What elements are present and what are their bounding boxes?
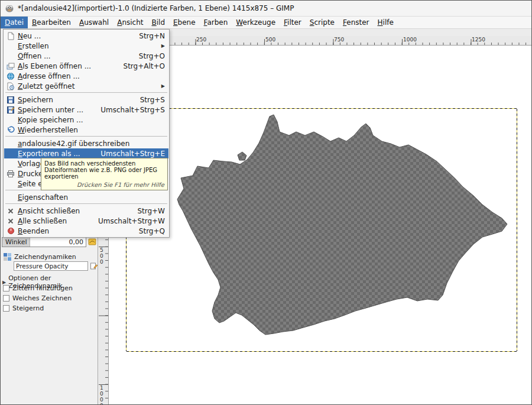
edit-dynamics-button[interactable] — [89, 261, 99, 271]
menu-item-ueberschreiben[interactable]: andalousie42.gif überschreiben — [4, 138, 168, 148]
recent-icon — [6, 82, 15, 90]
menubar-item-ebene[interactable]: Ebene — [169, 17, 200, 28]
menubar-item-bild[interactable]: Bild — [147, 17, 169, 28]
checkbox-icon[interactable] — [3, 305, 9, 312]
angle-spinscale[interactable]: Winkel 0,00 — [2, 237, 86, 247]
horizontal-ruler[interactable]: 250 500 750 1000 1250 — [109, 36, 531, 46]
menu-item-ansicht-schliessen[interactable]: Ansicht schließen Strg+W — [4, 206, 168, 216]
canvas[interactable] — [109, 46, 531, 404]
window-title: *[andalousie42](importiert)-1.0 (Indizie… — [18, 4, 294, 12]
menu-item-erstellen[interactable]: Erstellen ▶ — [4, 41, 168, 51]
menu-item-zuletzt-geoeffnet[interactable]: Zuletzt geöffnet ▶ — [4, 81, 168, 91]
hruler-label: 1000 — [403, 37, 417, 43]
menu-item-alle-schliessen[interactable]: Alle schließen Umschalt+Strg+W — [4, 216, 168, 226]
menu-item-speichern-unter[interactable]: Speichern unter ... Umschalt+Strg+S — [4, 105, 168, 115]
save-as-icon — [6, 105, 15, 114]
checkbox-label: Weiches Zeichnen — [12, 294, 72, 302]
menubar-item-scripte[interactable]: Scripte — [306, 17, 339, 28]
menu-separator — [5, 92, 167, 93]
menu-item-eigenschaften[interactable]: Eigenschaften — [4, 192, 168, 202]
checkbox-icon[interactable] — [3, 285, 9, 291]
checkbox-zittern[interactable]: Zittern hinzufügen — [3, 284, 73, 292]
layer-boundary — [517, 109, 517, 351]
layer-boundary — [126, 351, 517, 352]
revert-icon — [6, 125, 15, 134]
printer-icon — [6, 169, 15, 178]
menu-separator — [5, 203, 167, 204]
vruler-label: 500 — [100, 247, 105, 265]
andalusia-map-image — [126, 109, 517, 351]
submenu-arrow-icon: ▶ — [161, 43, 165, 48]
quit-icon — [6, 226, 15, 235]
checkbox-steigernd[interactable]: Steigernd — [3, 304, 44, 312]
angle-reset-button[interactable] — [87, 237, 97, 247]
menu-item-adresse-oeffnen[interactable]: Adresse öffnen ... — [4, 71, 168, 81]
menubar-item-hilfe[interactable]: Hilfe — [374, 17, 398, 28]
gimp-window: *[andalousie42](importiert)-1.0 (Indizie… — [0, 0, 532, 405]
gimp-wilber-icon — [5, 4, 14, 13]
dynamics-header: Zeichendynamiken — [3, 252, 76, 261]
submenu-arrow-icon: ▶ — [161, 83, 165, 89]
angle-value[interactable]: 0,00 — [30, 238, 86, 247]
file-menu: Neu ... Strg+N Erstellen ▶ Öffnen ... St… — [3, 29, 170, 238]
checkbox-label: Steigernd — [12, 304, 44, 312]
vruler-label: 1000 — [100, 385, 105, 405]
dynamics-select[interactable]: Pressure Opacity — [14, 261, 88, 271]
menubar-item-bearbeiten[interactable]: Bearbeiten — [28, 17, 75, 28]
title-bar[interactable]: *[andalousie42](importiert)-1.0 (Indizie… — [1, 1, 531, 17]
menubar-item-werkzeuge[interactable]: Werkzeuge — [232, 17, 280, 28]
hruler-label: 500 — [265, 37, 275, 43]
hruler-label: 250 — [196, 37, 206, 43]
menubar-item-datei[interactable]: Datei — [1, 17, 28, 28]
hruler-label: 750 — [334, 37, 344, 43]
menubar-item-auswahl[interactable]: Auswahl — [75, 17, 113, 28]
checkbox-weiches-zeichnen[interactable]: Weiches Zeichnen — [3, 294, 72, 302]
image-layer — [126, 109, 517, 351]
menubar-item-ansicht[interactable]: Ansicht — [113, 17, 147, 28]
angle-label: Winkel — [2, 238, 30, 247]
menu-item-exportieren-als[interactable]: Exportieren als ... Umschalt+Strg+E — [4, 148, 168, 158]
menu-item-wiederherstellen[interactable]: Wiederherstellen — [4, 125, 168, 135]
new-document-icon — [6, 31, 15, 40]
close-all-icon — [6, 216, 15, 225]
menu-item-oeffnen[interactable]: Öffnen ... Strg+O — [4, 51, 168, 61]
checkbox-icon[interactable] — [3, 295, 9, 302]
tooltip-hint: Drücken Sie F1 für mehr Hilfe — [44, 182, 164, 188]
menu-item-speichern[interactable]: Speichern Strg+S — [4, 95, 168, 105]
tooltip-text: Das Bild nach verschiedensten Dateiforma… — [44, 160, 164, 180]
menu-item-beenden[interactable]: Beenden Strg+Q — [4, 226, 168, 236]
dynamics-icon — [3, 252, 12, 261]
layer-boundary — [126, 108, 517, 109]
menu-item-als-ebenen-oeffnen[interactable]: Als Ebenen öffnen ... Strg+Alt+O — [4, 61, 168, 71]
menubar-item-filter[interactable]: Filter — [280, 17, 306, 28]
menubar-item-farben[interactable]: Farben — [200, 17, 232, 28]
menu-bar: Datei Bearbeiten Auswahl Ansicht Bild Eb… — [1, 17, 531, 29]
menubar-item-fenster[interactable]: Fenster — [339, 17, 374, 28]
menu-item-kopie-speichern[interactable]: Kopie speichern ... — [4, 115, 168, 125]
dynamics-label: Zeichendynamiken — [14, 253, 76, 261]
menu-item-neu[interactable]: Neu ... Strg+N — [4, 31, 168, 41]
save-icon — [6, 95, 15, 104]
globe-icon — [6, 72, 15, 80]
checkbox-label: Zittern hinzufügen — [12, 284, 73, 292]
close-icon — [6, 206, 15, 215]
hruler-label: 1250 — [472, 37, 485, 43]
menu-separator — [5, 136, 167, 137]
layers-icon — [6, 61, 15, 70]
tooltip: Das Bild nach verschiedensten Dateiforma… — [41, 158, 168, 190]
